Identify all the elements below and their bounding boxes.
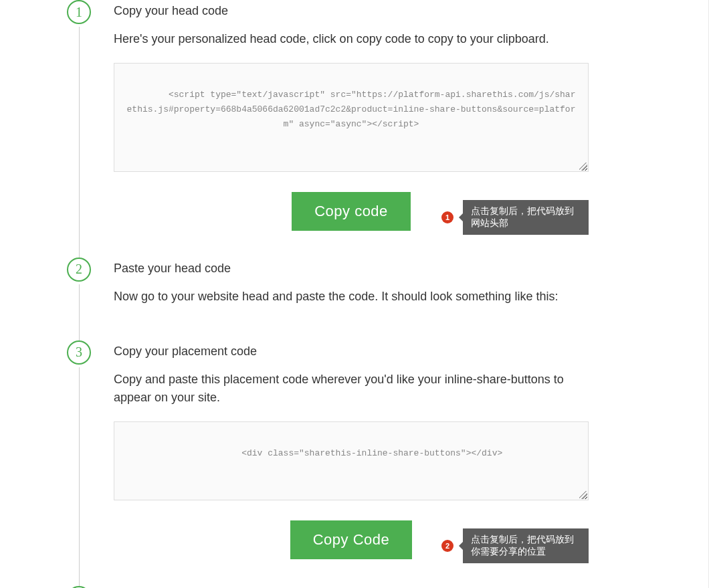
step-3-button-row: Copy Code 2 点击复制后，把代码放到你需要分享的位置 [114,520,589,559]
annotation-1-text: 点击复制后，把代码放到网站头部 [471,205,574,228]
step-2-desc: Now go to your website head and paste th… [114,288,595,306]
annotation-2-badge: 2 [441,540,453,552]
connector-line [79,27,80,258]
step-3-desc: Copy and paste this placement code where… [114,371,595,407]
annotation-2-text: 点击复制后，把代码放到你需要分享的位置 [471,534,574,557]
annotation-1-badge: 1 [441,211,453,223]
connector-line [79,367,80,586]
content-column: 1 Copy your head code Here's your person… [0,0,708,588]
page: 1 Copy your head code Here's your person… [0,0,709,588]
step-1-badge: 1 [67,0,91,24]
step-2: 2 Paste your head code Now go to your we… [67,258,668,340]
annotation-1-bubble: 点击复制后，把代码放到网站头部 [463,200,589,235]
annotation-2-bubble: 点击复制后，把代码放到你需要分享的位置 [463,528,589,563]
placement-code-text: <div class="sharethis-inline-share-butto… [241,448,502,458]
connector-line [79,284,80,340]
step-2-number: 2 [76,262,82,277]
step-2-title: Paste your head code [114,258,668,288]
annotation-2: 2 点击复制后，把代码放到你需要分享的位置 [441,528,589,563]
step-1-title: Copy your head code [114,0,668,30]
step-1-number: 1 [76,5,82,20]
resize-grip-icon [579,163,587,171]
step-1-desc: Here's your personalized head code, clic… [114,30,595,48]
annotation-1-number: 1 [445,213,449,221]
annotation-1: 1 点击复制后，把代码放到网站头部 [441,200,589,235]
placement-code-box[interactable]: <div class="sharethis-inline-share-butto… [114,421,589,500]
copy-head-code-button[interactable]: Copy code [292,192,411,231]
step-3-title: Copy your placement code [114,340,668,371]
head-code-text: <script type="text/javascript" src="http… [127,90,576,129]
step-1: 1 Copy your head code Here's your person… [67,0,668,258]
step-3-number: 3 [76,345,82,360]
step-3: 3 Copy your placement code Copy and past… [67,340,668,586]
step-3-badge: 3 [67,340,91,365]
head-code-box[interactable]: <script type="text/javascript" src="http… [114,63,589,172]
annotation-2-number: 2 [445,542,449,550]
copy-placement-code-button[interactable]: Copy Code [290,520,413,559]
resize-grip-icon [579,491,587,499]
step-2-badge: 2 [67,258,91,282]
step-1-button-row: Copy code 1 点击复制后，把代码放到网站头部 [114,192,589,231]
